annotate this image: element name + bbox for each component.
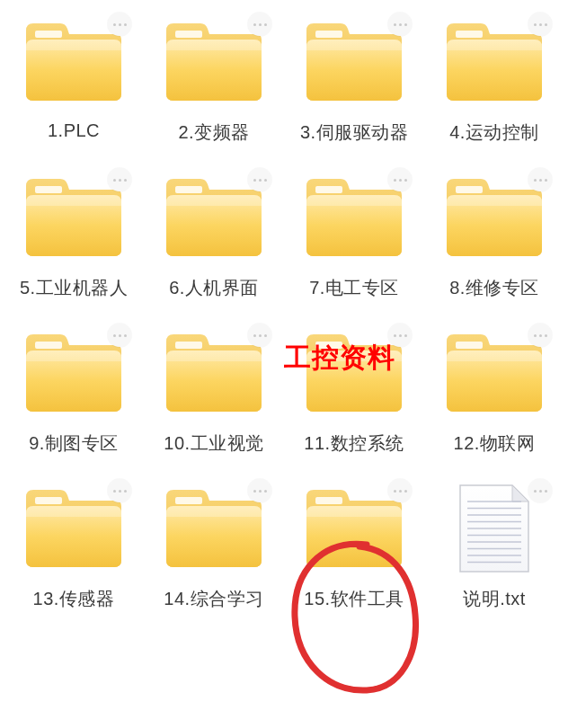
folder-item[interactable]: 3.伺服驱动器 [284, 7, 424, 155]
svg-rect-9 [175, 342, 202, 349]
svg-rect-5 [175, 186, 202, 193]
item-label: 10.工业视觉 [164, 431, 263, 456]
svg-rect-14 [315, 497, 342, 504]
folder-item[interactable]: 6.人机界面 [144, 163, 284, 311]
item-label: 14.综合学习 [164, 587, 263, 611]
item-label: 3.伺服驱动器 [300, 120, 408, 145]
svg-rect-13 [175, 497, 202, 504]
more-icon[interactable] [248, 168, 271, 191]
item-label: 5.工业机器人 [20, 276, 128, 300]
more-icon[interactable] [108, 324, 131, 347]
item-label: 13.传感器 [33, 587, 115, 611]
folder-item[interactable]: 8.维修专区 [424, 163, 564, 311]
more-icon[interactable] [248, 479, 271, 502]
more-icon[interactable] [388, 13, 412, 36]
file-grid: 1.PLC 2.变频器 [0, 0, 568, 629]
file-item[interactable]: 说明.txt [424, 474, 564, 622]
svg-rect-3 [456, 31, 483, 38]
item-label: 8.维修专区 [449, 276, 539, 300]
more-icon[interactable] [108, 13, 131, 36]
item-label: 6.人机界面 [169, 276, 259, 300]
folder-item[interactable]: 14.综合学习 [144, 474, 284, 622]
item-label: 15.软件工具 [304, 587, 404, 611]
folder-item[interactable]: 12.物联网 [424, 318, 564, 466]
item-label: 2.变频器 [178, 120, 249, 145]
svg-rect-4 [35, 186, 62, 193]
more-icon[interactable] [248, 13, 271, 36]
more-icon[interactable] [388, 479, 412, 502]
item-label: 说明.txt [463, 587, 526, 611]
folder-item[interactable]: 13.传感器 [4, 474, 144, 622]
more-icon[interactable] [248, 324, 271, 347]
folder-item[interactable]: 15.软件工具 [284, 474, 424, 622]
folder-item[interactable]: 1.PLC [4, 7, 144, 155]
item-label: 7.电工专区 [309, 276, 399, 300]
folder-item[interactable]: 10.工业视觉 [144, 318, 284, 466]
folder-item[interactable]: 7.电工专区 [284, 163, 424, 311]
more-icon[interactable] [528, 168, 552, 191]
svg-rect-12 [35, 497, 62, 504]
more-icon[interactable] [528, 479, 552, 502]
more-icon[interactable] [108, 168, 131, 191]
item-label: 9.制图专区 [29, 431, 119, 456]
folder-item[interactable]: 2.变频器 [144, 7, 284, 155]
folder-item[interactable]: 4.运动控制 [424, 7, 564, 155]
svg-rect-6 [315, 186, 342, 193]
item-label: 11.数控系统 [304, 431, 404, 456]
item-label: 12.物联网 [454, 431, 536, 456]
svg-rect-0 [35, 31, 62, 38]
more-icon[interactable] [528, 324, 552, 347]
svg-rect-2 [315, 31, 342, 38]
annotation-text: 工控资料 [284, 340, 395, 377]
svg-rect-1 [175, 31, 202, 38]
more-icon[interactable] [108, 479, 131, 502]
folder-item[interactable]: 9.制图专区 [4, 318, 144, 466]
item-label: 1.PLC [48, 120, 100, 141]
svg-rect-7 [456, 186, 483, 193]
svg-rect-8 [35, 342, 62, 349]
more-icon[interactable] [388, 168, 412, 191]
svg-rect-11 [456, 342, 483, 349]
more-icon[interactable] [528, 13, 552, 36]
item-label: 4.运动控制 [449, 120, 539, 145]
folder-item[interactable]: 5.工业机器人 [4, 163, 144, 311]
